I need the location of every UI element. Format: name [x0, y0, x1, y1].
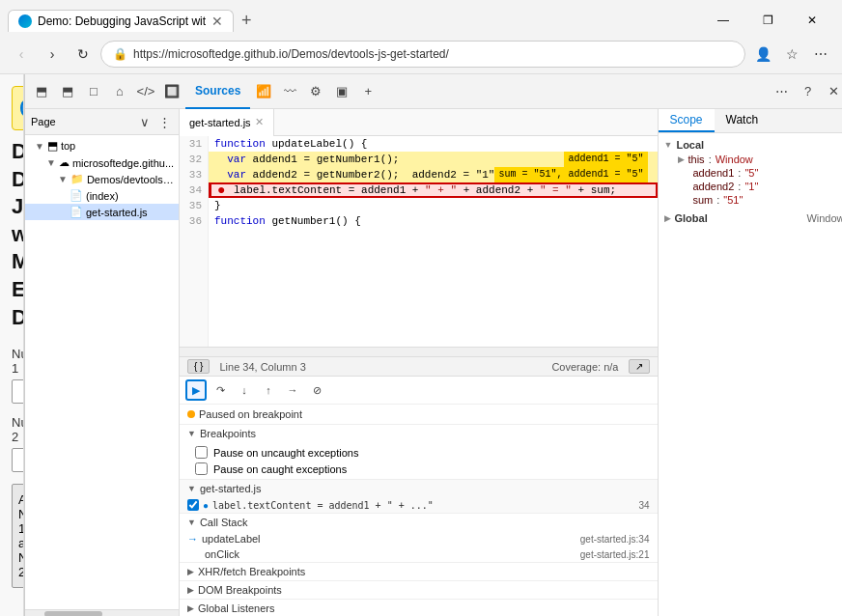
- code-line-36[interactable]: function getNumber1() {: [209, 213, 658, 229]
- pause-uncaught-row: Pause on uncaught exceptions: [195, 444, 642, 461]
- editor-tabs: get-started.js ✕: [180, 109, 658, 136]
- bp-file-header[interactable]: ▼ get-started.js: [180, 480, 658, 497]
- tree-item-top[interactable]: ▼ ⬒ top: [25, 137, 179, 154]
- favorites-button[interactable]: ☆: [778, 41, 805, 68]
- pause-uncaught-checkbox[interactable]: [195, 446, 208, 459]
- field2-input[interactable]: [12, 448, 24, 472]
- line-num-33: 33: [185, 167, 202, 182]
- status-bar: { } Line 34, Column 3 Coverage: n/a ↗: [180, 356, 658, 376]
- elements-tab[interactable]: □: [81, 79, 106, 104]
- tree-collapse[interactable]: ∨: [136, 113, 154, 130]
- sources-tab[interactable]: Sources: [185, 74, 250, 109]
- scope-tab-scope[interactable]: Scope: [659, 109, 715, 132]
- code-line-31[interactable]: function updateLabel() {: [209, 136, 658, 152]
- scope-tab-watch[interactable]: Watch: [715, 109, 771, 132]
- breakpoints-header[interactable]: ▼ Breakpoints: [180, 425, 658, 442]
- call-file-0: get-started.js:34: [580, 534, 650, 545]
- editor-tab-file[interactable]: get-started.js ✕: [180, 109, 274, 136]
- device-button[interactable]: ⬒: [55, 79, 80, 104]
- step-into-button[interactable]: ↓: [234, 379, 255, 401]
- forward-button[interactable]: ›: [39, 41, 66, 68]
- line-numbers: 31 32 33 34 35 36: [180, 136, 209, 347]
- code-line-34[interactable]: ● label.textContent = addend1 + " + " + …: [209, 182, 658, 198]
- xhr-header[interactable]: ▶ XHR/fetch Breakpoints: [180, 563, 658, 580]
- active-tab[interactable]: Demo: Debugging JavaScript wit ✕: [8, 10, 234, 32]
- code-line-35[interactable]: }: [209, 198, 658, 213]
- bp-file-section: ▼ get-started.js ● label.textContent = a…: [180, 479, 658, 513]
- profile-button[interactable]: 👤: [749, 41, 776, 68]
- more-button[interactable]: ⋯: [807, 41, 834, 68]
- global-section: ▶ Global Listeners: [180, 599, 658, 616]
- network-tab[interactable]: 🔲: [159, 79, 184, 104]
- line-num-36: 36: [185, 213, 202, 229]
- code-scrollbar[interactable]: [180, 347, 658, 356]
- close-button[interactable]: ✕: [790, 7, 834, 34]
- minimize-button[interactable]: —: [701, 7, 745, 34]
- back-button[interactable]: ‹: [8, 41, 35, 68]
- browser-chrome: Demo: Debugging JavaScript wit ✕ + — ❐ ✕…: [0, 0, 842, 74]
- bp-checkbox[interactable]: [187, 499, 199, 511]
- address-bar[interactable]: 🔒 https://microsoftedge.github.io/Demos/…: [100, 41, 745, 68]
- editor-tab-close[interactable]: ✕: [255, 116, 264, 128]
- tab-title: Demo: Debugging JavaScript wit: [38, 14, 206, 28]
- more-tools-button[interactable]: ⋯: [770, 79, 795, 104]
- local-arrow: ▼: [664, 140, 673, 150]
- global-header[interactable]: ▶ Global Listeners: [180, 600, 658, 616]
- tree-more[interactable]: ⋮: [155, 113, 173, 130]
- callstack-item-0[interactable]: → updateLabel get-started.js:34: [180, 531, 658, 546]
- scope-global-row[interactable]: ▶ Global Window: [659, 210, 843, 226]
- bp-file-arrow: ▼: [187, 484, 196, 493]
- resume-button[interactable]: ▶: [185, 379, 207, 401]
- callstack-item-1[interactable]: onClick get-started.js:21: [180, 546, 658, 562]
- code-line-33[interactable]: var addend2 = getNumber2(); addend2 = "1…: [209, 167, 658, 182]
- line-num-35: 35: [185, 198, 202, 213]
- new-tab-button[interactable]: +: [234, 7, 260, 35]
- step-button[interactable]: →: [282, 379, 303, 401]
- help-button[interactable]: ?: [796, 79, 821, 104]
- scope-addend2-val: "1": [744, 181, 758, 192]
- scope-this-val: Window: [716, 154, 753, 165]
- restore-button[interactable]: ❐: [745, 7, 790, 34]
- bp-item: ● label.textContent = addend1 + " + ..."…: [180, 497, 658, 513]
- horizontal-scrollbar[interactable]: [25, 609, 179, 616]
- debug-toolbar: ▶ ↷ ↓ ↑ → ⊘: [180, 377, 658, 405]
- scope-colon-sum: :: [716, 194, 719, 206]
- webpage-panel: ⏸ Paused in debugger ▶ ↷ Demo: Debugging…: [0, 74, 24, 616]
- inspect-button[interactable]: ⬒: [29, 79, 54, 104]
- home-tab[interactable]: ⌂: [107, 79, 132, 104]
- settings-icon[interactable]: ⚙: [303, 79, 328, 104]
- deactivate-button[interactable]: ⊘: [306, 379, 327, 401]
- breakpoint-dot: ●: [217, 182, 225, 198]
- pause-caught-checkbox[interactable]: [195, 462, 208, 475]
- tree-item-folder[interactable]: ▼ 📁 Demos/devtools-...: [25, 171, 179, 187]
- callstack-header[interactable]: ▼ Call Stack: [180, 514, 658, 531]
- file-tree: ▼ ⬒ top ▼ ☁ microsoftedge.githu... ▼ 📁 D…: [25, 135, 179, 609]
- refresh-button[interactable]: ↻: [70, 41, 97, 68]
- scope-content: ▼ Local ▶ this : Window addend1 :: [659, 133, 843, 616]
- step-over-button[interactable]: ↷: [210, 379, 231, 401]
- bp-line-num: 34: [638, 500, 649, 511]
- url-text: https://microsoftedge.github.io/Demos/de…: [133, 47, 733, 61]
- dom-header[interactable]: ▶ DOM Breakpoints: [180, 581, 658, 599]
- local-header[interactable]: ▼ Local: [659, 137, 843, 153]
- performance-tab[interactable]: 〰: [277, 79, 302, 104]
- tab-close-button[interactable]: ✕: [211, 14, 223, 28]
- scope-addend1-item: addend1 : "5": [659, 166, 843, 180]
- tree-item-index[interactable]: 📄 (index): [25, 187, 179, 204]
- step-out-button[interactable]: ↑: [258, 379, 279, 401]
- close-devtools-button[interactable]: ✕: [822, 79, 843, 104]
- tree-item-host[interactable]: ▼ ☁ microsoftedge.githu...: [25, 154, 179, 171]
- field1-input[interactable]: [12, 379, 24, 404]
- console-tab[interactable]: </>: [133, 79, 158, 104]
- callstack-label: Call Stack: [200, 517, 248, 528]
- wifi-icon[interactable]: 📶: [251, 79, 276, 104]
- add-tab-button[interactable]: +: [355, 79, 380, 104]
- format-button[interactable]: { }: [187, 359, 210, 374]
- scope-group-local: ▼ Local ▶ this : Window addend1 :: [659, 137, 843, 207]
- coverage-toggle[interactable]: ↗: [629, 359, 650, 374]
- code-line-32[interactable]: var addend1 = getNumber1(); addend1 = "5…: [209, 152, 658, 167]
- layers-tab[interactable]: ▣: [329, 79, 354, 104]
- add-button[interactable]: Add Number 1 and Number 2: [12, 484, 24, 588]
- bp-file-label: get-started.js: [200, 483, 262, 494]
- tree-item-file[interactable]: 📄 get-started.js: [25, 204, 179, 220]
